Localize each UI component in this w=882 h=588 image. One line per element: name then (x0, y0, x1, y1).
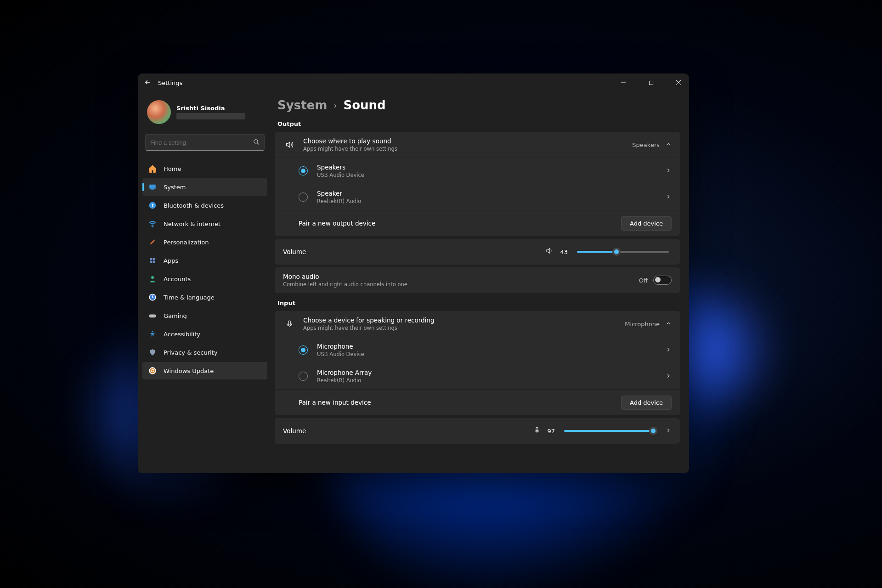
maximize-button[interactable] (640, 74, 662, 92)
choose-input-subtitle: Apps might have their own settings (303, 325, 617, 331)
radio-button[interactable] (299, 166, 308, 175)
chevron-up-icon (665, 141, 672, 149)
mono-audio-subtitle: Combine left and right audio channels in… (283, 281, 632, 288)
sidebar-item-label: Windows Update (164, 368, 214, 374)
choose-input-title: Choose a device for speaking or recordin… (303, 317, 617, 324)
wifi-icon (148, 219, 157, 228)
radio-button[interactable] (299, 192, 308, 202)
svg-point-5 (152, 226, 153, 227)
input-device-group: Choose a device for speaking or recordin… (275, 311, 680, 415)
speaker-icon (283, 140, 296, 149)
selected-output-label: Speakers (632, 141, 660, 148)
choose-output-subtitle: Apps might have their own settings (303, 146, 625, 152)
microphone-icon (283, 320, 296, 328)
svg-rect-12 (149, 315, 156, 318)
choose-input-row[interactable]: Choose a device for speaking or recordin… (275, 311, 680, 337)
avatar (147, 100, 171, 124)
search-input[interactable] (150, 139, 253, 146)
chevron-right-icon (665, 373, 672, 380)
chevron-right-icon: › (334, 101, 337, 110)
sidebar-item-label: Accounts (164, 276, 191, 283)
input-volume-slider[interactable] (564, 430, 656, 432)
sidebar-item-label: Privacy & security (164, 349, 217, 356)
sidebar-item-label: Bluetooth & devices (164, 202, 224, 209)
sidebar-item-privacy-security[interactable]: Privacy & security (142, 344, 267, 361)
section-title-output: Output (277, 120, 680, 127)
close-button[interactable] (668, 74, 689, 92)
accessibility-icon (148, 329, 157, 339)
speaker-icon[interactable] (545, 247, 554, 257)
choose-output-row[interactable]: Choose where to play sound Apps might ha… (275, 132, 680, 158)
gamepad-icon (148, 311, 157, 320)
add-output-device-button[interactable]: Add device (621, 216, 672, 231)
sidebar-item-accounts[interactable]: Accounts (142, 270, 267, 288)
breadcrumb-parent[interactable]: System (277, 98, 327, 112)
sidebar-item-bluetooth-devices[interactable]: Bluetooth & devices (142, 197, 267, 214)
radio-button[interactable] (299, 345, 308, 355)
bluetooth-icon (148, 201, 157, 210)
user-profile[interactable]: Srishti Sisodia (142, 96, 267, 130)
clock-icon (148, 293, 157, 302)
sidebar-item-windows-update[interactable]: Windows Update (142, 362, 267, 379)
svg-rect-8 (150, 261, 152, 263)
microphone-icon[interactable] (533, 426, 541, 435)
device-name: Microphone (317, 343, 658, 350)
mono-audio-row: Mono audio Combine left and right audio … (275, 267, 680, 293)
update-icon (148, 366, 157, 375)
sidebar-item-label: Home (164, 165, 181, 172)
chevron-right-icon (665, 167, 672, 175)
svg-rect-9 (153, 261, 155, 263)
search-icon (253, 138, 260, 147)
slider-thumb[interactable] (649, 427, 657, 435)
output-volume-slider[interactable] (577, 251, 669, 253)
input-device-row[interactable]: MicrophoneUSB Audio Device (275, 337, 680, 363)
pair-output-row: Pair a new output device Add device (275, 210, 680, 236)
pair-input-row: Pair a new input device Add device (275, 390, 680, 415)
device-name: Speaker (317, 190, 658, 197)
svg-rect-0 (649, 81, 653, 85)
titlebar: Settings (138, 74, 689, 92)
sidebar-item-network-internet[interactable]: Network & internet (142, 215, 267, 232)
sidebar-item-label: Network & internet (164, 220, 220, 227)
sidebar-item-home[interactable]: Home (142, 160, 267, 177)
mono-audio-toggle[interactable] (653, 276, 672, 285)
svg-rect-17 (288, 321, 291, 325)
svg-point-15 (152, 331, 153, 332)
svg-rect-18 (536, 427, 538, 431)
sidebar-item-apps[interactable]: Apps (142, 252, 267, 269)
sidebar-item-personalization[interactable]: Personalization (142, 233, 267, 251)
input-volume-value: 97 (547, 428, 555, 435)
slider-thumb[interactable] (612, 248, 621, 256)
back-button[interactable] (144, 79, 152, 87)
output-device-row[interactable]: SpeakerRealtek(R) Audio (275, 184, 680, 210)
sidebar-item-gaming[interactable]: Gaming (142, 307, 267, 324)
settings-window: Settings Srishti Sisodia (138, 74, 689, 473)
input-volume-label: Volume (283, 427, 527, 435)
output-device-row[interactable]: SpeakersUSB Audio Device (275, 158, 680, 184)
breadcrumb-current: Sound (344, 98, 386, 112)
mono-audio-state: Off (639, 277, 648, 284)
mono-audio-title: Mono audio (283, 273, 632, 280)
sidebar-item-time-language[interactable]: Time & language (142, 288, 267, 306)
content-area: System › Sound Output Choose where to pl… (271, 92, 689, 473)
search-box[interactable] (145, 134, 265, 151)
device-detail: Realtek(R) Audio (317, 377, 658, 384)
input-volume-row: Volume 97 (275, 418, 680, 444)
input-device-row[interactable]: Microphone ArrayRealtek(R) Audio (275, 363, 680, 390)
sidebar-item-accessibility[interactable]: Accessibility (142, 325, 267, 343)
minimize-button[interactable] (613, 74, 634, 92)
chevron-right-icon[interactable] (665, 427, 672, 435)
radio-button[interactable] (299, 372, 308, 381)
sidebar-item-label: Personalization (164, 239, 209, 246)
svg-point-10 (151, 276, 154, 279)
choose-output-title: Choose where to play sound (303, 137, 625, 145)
apps-icon (148, 256, 157, 265)
svg-rect-7 (153, 258, 155, 260)
output-device-group: Choose where to play sound Apps might ha… (275, 132, 680, 236)
pair-input-label: Pair a new input device (299, 399, 614, 406)
app-title: Settings (158, 79, 182, 86)
sidebar-item-label: Accessibility (164, 331, 200, 338)
sidebar-item-system[interactable]: System (142, 178, 267, 196)
nav: HomeSystemBluetooth & devicesNetwork & i… (142, 158, 267, 379)
add-input-device-button[interactable]: Add device (621, 396, 672, 410)
